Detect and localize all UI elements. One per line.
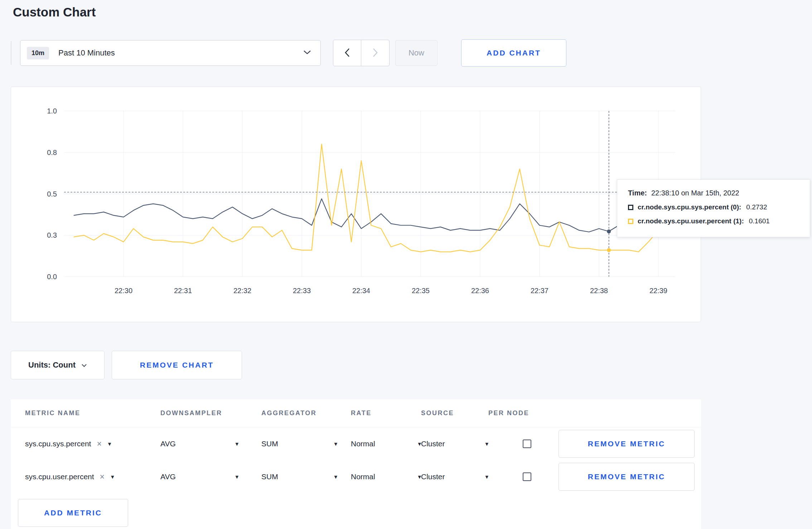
svg-text:22:35: 22:35: [412, 287, 430, 295]
time-nav-group: [333, 40, 390, 66]
caret-down-icon: ▾: [111, 473, 114, 481]
caret-down-icon: ▾: [334, 473, 337, 481]
svg-text:22:39: 22:39: [649, 287, 667, 295]
downsampler-select[interactable]: AVG ▾: [160, 472, 238, 481]
series-sys-swatch-icon: [628, 205, 633, 210]
units-dropdown[interactable]: Units: Count: [11, 351, 105, 379]
svg-text:22:36: 22:36: [471, 287, 489, 295]
chevron-left-icon: [344, 48, 350, 58]
svg-text:0.8: 0.8: [47, 149, 57, 156]
metrics-table: METRIC NAME DOWNSAMPLER AGGREGATOR RATE …: [11, 399, 701, 529]
source-select[interactable]: Cluster ▾: [421, 472, 488, 481]
source-value: Cluster: [421, 440, 445, 448]
chart-controls: Units: Count REMOVE CHART: [11, 351, 812, 379]
remove-metric-x-icon[interactable]: ×: [97, 439, 101, 449]
svg-text:22:33: 22:33: [293, 287, 311, 295]
svg-text:22:32: 22:32: [233, 287, 251, 295]
page-title: Custom Chart: [0, 0, 812, 19]
tooltip-series-label: cr.node.sys.cpu.sys.percent (0):: [638, 203, 741, 211]
prev-range-button[interactable]: [333, 40, 361, 66]
table-row: sys.cpu.user.percent × ▾ AVG ▾ SUM ▾ Nor…: [11, 460, 701, 493]
remove-chart-button[interactable]: REMOVE CHART: [112, 351, 242, 379]
svg-text:22:38: 22:38: [590, 287, 608, 295]
next-range-button[interactable]: [361, 40, 390, 66]
caret-down-icon: ▾: [235, 473, 238, 481]
toolbar: 10m Past 10 Minutes Now ADD CHART: [11, 39, 812, 67]
svg-text:22:31: 22:31: [174, 287, 192, 295]
tooltip-time: Time:22:38:10 on Mar 15th, 2022: [628, 189, 800, 197]
per-node-cell: [488, 440, 556, 448]
svg-text:1.0: 1.0: [47, 107, 57, 115]
caret-down-icon: ▾: [418, 440, 421, 448]
svg-text:22:30: 22:30: [115, 287, 132, 295]
per-node-checkbox[interactable]: [523, 440, 531, 448]
metrics-table-header: METRIC NAME DOWNSAMPLER AGGREGATOR RATE …: [11, 399, 701, 427]
svg-text:0.3: 0.3: [47, 231, 57, 239]
svg-text:22:37: 22:37: [531, 287, 548, 295]
svg-text:0.5: 0.5: [47, 190, 57, 198]
tooltip-series-value: 0.1601: [749, 217, 770, 225]
toolbar-divider: [11, 41, 11, 65]
per-node-checkbox[interactable]: [523, 472, 531, 481]
tooltip-series-row: cr.node.sys.cpu.sys.percent (0): 0.2732: [628, 203, 800, 211]
line-chart[interactable]: 0.00.30.50.81.022:3022:3122:3222:3322:34…: [11, 87, 701, 322]
downsampler-value: AVG: [160, 440, 176, 448]
now-button[interactable]: Now: [395, 40, 438, 66]
source-value: Cluster: [421, 472, 445, 481]
chevron-down-icon: [303, 50, 311, 56]
metric-name-select[interactable]: sys.cpu.user.percent × ▾: [25, 472, 160, 482]
chevron-down-icon: [81, 360, 87, 370]
time-range-label: Past 10 Minutes: [58, 48, 303, 58]
metric-name-label: sys.cpu.sys.percent: [25, 440, 91, 448]
col-header-source: SOURCE: [421, 409, 488, 417]
time-range-badge: 10m: [27, 47, 49, 59]
rate-value: Normal: [351, 440, 375, 448]
aggregator-select[interactable]: SUM ▾: [261, 440, 337, 448]
svg-text:0.0: 0.0: [47, 273, 57, 281]
chart-tooltip: Time:22:38:10 on Mar 15th, 2022 cr.node.…: [617, 179, 810, 237]
tooltip-series-label: cr.node.sys.cpu.user.percent (1):: [638, 217, 744, 225]
aggregator-value: SUM: [261, 440, 278, 448]
metric-name-label: sys.cpu.user.percent: [25, 472, 94, 481]
rate-select[interactable]: Normal ▾: [351, 472, 421, 481]
add-metric-button[interactable]: ADD METRIC: [18, 499, 128, 527]
caret-down-icon: ▾: [235, 440, 238, 448]
col-header-aggregator: AGGREGATOR: [261, 409, 351, 417]
tooltip-series-value: 0.2732: [746, 203, 767, 211]
col-header-per-node: PER NODE: [488, 409, 556, 417]
source-select[interactable]: Cluster ▾: [421, 440, 488, 448]
rate-value: Normal: [351, 472, 375, 481]
actions-cell: REMOVE METRIC: [556, 463, 701, 491]
remove-metric-button[interactable]: REMOVE METRIC: [559, 463, 695, 491]
actions-cell: REMOVE METRIC: [556, 430, 701, 458]
chart-card: 0.00.30.50.81.022:3022:3122:3222:3322:34…: [11, 87, 701, 322]
table-row: sys.cpu.sys.percent × ▾ AVG ▾ SUM ▾ Norm…: [11, 427, 701, 460]
aggregator-value: SUM: [261, 472, 278, 481]
series-user-swatch-icon: [628, 219, 633, 224]
tooltip-time-label: Time:: [628, 189, 647, 197]
units-label: Units: Count: [28, 360, 76, 370]
caret-down-icon: ▾: [485, 440, 488, 448]
col-header-metric-name: METRIC NAME: [25, 409, 160, 417]
caret-down-icon: ▾: [108, 440, 111, 448]
per-node-cell: [488, 472, 556, 481]
tooltip-time-value: 22:38:10 on Mar 15th, 2022: [651, 189, 739, 197]
caret-down-icon: ▾: [334, 440, 337, 448]
remove-metric-x-icon[interactable]: ×: [100, 472, 105, 482]
add-chart-button[interactable]: ADD CHART: [461, 39, 566, 67]
tooltip-series-row: cr.node.sys.cpu.user.percent (1): 0.1601: [628, 217, 800, 225]
aggregator-select[interactable]: SUM ▾: [261, 472, 337, 481]
downsampler-value: AVG: [160, 472, 176, 481]
col-header-downsampler: DOWNSAMPLER: [160, 409, 261, 417]
downsampler-select[interactable]: AVG ▾: [160, 440, 238, 448]
chevron-right-icon: [372, 48, 378, 58]
remove-metric-button[interactable]: REMOVE METRIC: [559, 430, 695, 458]
col-header-rate: RATE: [351, 409, 421, 417]
caret-down-icon: ▾: [418, 473, 421, 481]
custom-chart-page: Custom Chart 10m Past 10 Minutes Now: [0, 0, 812, 529]
metric-name-select[interactable]: sys.cpu.sys.percent × ▾: [25, 439, 160, 449]
caret-down-icon: ▾: [485, 473, 488, 481]
svg-text:22:34: 22:34: [352, 287, 370, 295]
rate-select[interactable]: Normal ▾: [351, 440, 421, 448]
time-range-dropdown[interactable]: 10m Past 10 Minutes: [20, 40, 321, 66]
